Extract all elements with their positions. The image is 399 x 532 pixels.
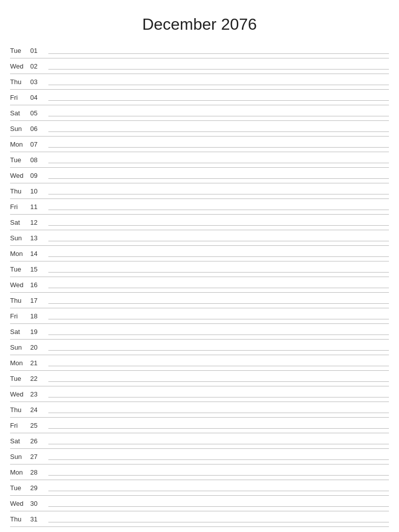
day-line xyxy=(48,256,389,257)
day-line xyxy=(48,366,389,366)
calendar-row: Fri11 xyxy=(10,199,389,215)
day-name: Sat xyxy=(10,219,30,226)
day-line xyxy=(48,444,389,444)
day-name: Wed xyxy=(10,281,30,289)
day-number: 21 xyxy=(30,359,44,367)
calendar-row: Mon21 xyxy=(10,355,389,371)
calendar-row: Tue15 xyxy=(10,261,389,277)
day-number: 24 xyxy=(30,406,44,414)
day-name: Wed xyxy=(10,390,30,398)
day-number: 15 xyxy=(30,265,44,273)
calendar-row: Tue08 xyxy=(10,152,389,168)
day-line xyxy=(48,381,389,382)
day-line xyxy=(48,522,389,522)
day-number: 03 xyxy=(30,78,44,86)
day-line xyxy=(48,272,389,273)
day-name: Mon xyxy=(10,359,30,367)
day-number: 01 xyxy=(30,47,44,54)
day-number: 13 xyxy=(30,234,44,242)
calendar-row: Thu31 xyxy=(10,511,389,527)
calendar-row: Tue29 xyxy=(10,480,389,496)
day-name: Thu xyxy=(10,297,30,304)
day-name: Sat xyxy=(10,437,30,445)
calendar-row: Wed16 xyxy=(10,277,389,293)
calendar-row: Sat19 xyxy=(10,324,389,340)
day-line xyxy=(48,147,389,148)
calendar-row: Sun13 xyxy=(10,230,389,246)
calendar-row: Sat12 xyxy=(10,215,389,230)
day-name: Mon xyxy=(10,469,30,476)
calendar-row: Mon14 xyxy=(10,246,389,261)
calendar-row: Fri25 xyxy=(10,418,389,433)
day-line xyxy=(48,335,389,335)
day-line xyxy=(48,350,389,351)
day-line xyxy=(48,319,389,319)
day-line xyxy=(48,397,389,397)
day-name: Thu xyxy=(10,187,30,195)
day-number: 11 xyxy=(30,203,44,211)
day-name: Fri xyxy=(10,203,30,211)
day-line xyxy=(48,288,389,288)
day-name: Thu xyxy=(10,78,30,86)
day-number: 08 xyxy=(30,156,44,164)
day-number: 10 xyxy=(30,187,44,195)
calendar-row: Wed09 xyxy=(10,168,389,183)
day-name: Mon xyxy=(10,141,30,148)
day-number: 29 xyxy=(30,484,44,492)
day-number: 18 xyxy=(30,312,44,320)
day-number: 17 xyxy=(30,297,44,304)
day-number: 28 xyxy=(30,469,44,476)
page-title: December 2076 xyxy=(10,15,389,34)
day-number: 02 xyxy=(30,62,44,70)
day-name: Fri xyxy=(10,422,30,429)
day-name: Sun xyxy=(10,344,30,351)
day-line xyxy=(48,100,389,101)
day-number: 20 xyxy=(30,344,44,351)
day-number: 30 xyxy=(30,500,44,507)
day-line xyxy=(48,210,389,210)
day-number: 05 xyxy=(30,109,44,117)
day-number: 19 xyxy=(30,328,44,336)
day-name: Mon xyxy=(10,250,30,257)
day-number: 12 xyxy=(30,219,44,226)
day-name: Fri xyxy=(10,94,30,101)
calendar-row: Sat26 xyxy=(10,433,389,449)
day-name: Thu xyxy=(10,515,30,523)
calendar-row: Mon07 xyxy=(10,137,389,152)
day-number: 23 xyxy=(30,390,44,398)
calendar-row: Fri04 xyxy=(10,90,389,105)
day-number: 27 xyxy=(30,453,44,460)
day-number: 26 xyxy=(30,437,44,445)
day-number: 09 xyxy=(30,172,44,179)
day-line xyxy=(48,131,389,132)
day-name: Wed xyxy=(10,500,30,507)
day-number: 06 xyxy=(30,125,44,132)
day-line xyxy=(48,491,389,491)
day-name: Wed xyxy=(10,62,30,70)
day-name: Sun xyxy=(10,234,30,242)
day-line xyxy=(48,225,389,226)
day-number: 31 xyxy=(30,515,44,523)
day-number: 25 xyxy=(30,422,44,429)
day-name: Tue xyxy=(10,484,30,492)
day-name: Tue xyxy=(10,156,30,164)
day-name: Sat xyxy=(10,109,30,117)
calendar-row: Sun06 xyxy=(10,121,389,137)
day-number: 04 xyxy=(30,94,44,101)
day-number: 07 xyxy=(30,141,44,148)
day-line xyxy=(48,428,389,429)
day-name: Thu xyxy=(10,406,30,414)
calendar-row: Thu10 xyxy=(10,183,389,199)
day-line xyxy=(48,85,389,85)
day-line xyxy=(48,178,389,179)
calendar-row: Wed30 xyxy=(10,496,389,511)
calendar-row: Thu24 xyxy=(10,402,389,418)
day-name: Sat xyxy=(10,328,30,336)
calendar-row: Tue22 xyxy=(10,371,389,386)
day-number: 14 xyxy=(30,250,44,257)
calendar-row: Sat05 xyxy=(10,105,389,121)
day-number: 16 xyxy=(30,281,44,289)
calendar-row: Wed02 xyxy=(10,58,389,74)
day-name: Wed xyxy=(10,172,30,179)
day-line xyxy=(48,163,389,163)
